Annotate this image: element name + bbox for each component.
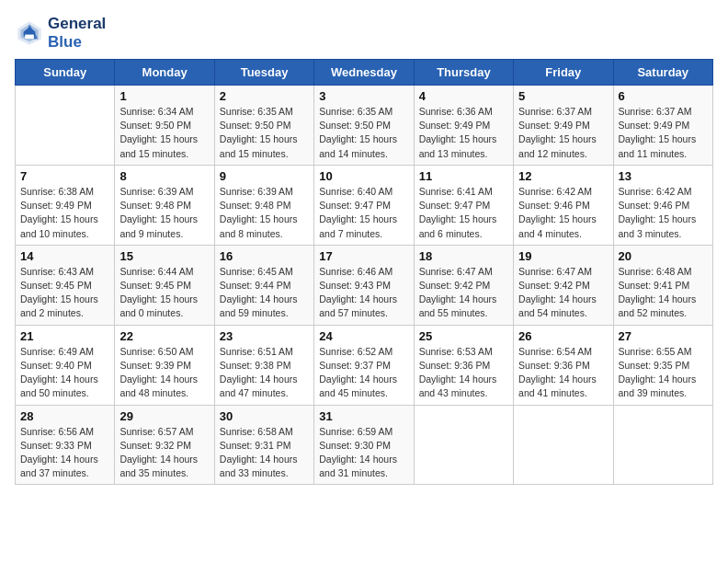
day-info: Sunrise: 6:35 AM Sunset: 9:50 PM Dayligh… bbox=[220, 105, 309, 161]
day-number: 10 bbox=[319, 169, 408, 183]
day-info: Sunrise: 6:49 AM Sunset: 9:40 PM Dayligh… bbox=[20, 345, 109, 401]
calendar-cell: 12Sunrise: 6:42 AM Sunset: 9:46 PM Dayli… bbox=[514, 165, 613, 245]
calendar-cell bbox=[613, 405, 712, 485]
header: General Blue bbox=[15, 15, 713, 52]
day-info: Sunrise: 6:38 AM Sunset: 9:49 PM Dayligh… bbox=[20, 185, 109, 241]
day-number: 17 bbox=[319, 249, 408, 263]
day-info: Sunrise: 6:41 AM Sunset: 9:47 PM Dayligh… bbox=[419, 185, 508, 241]
day-number: 23 bbox=[220, 329, 309, 343]
day-number: 3 bbox=[319, 89, 408, 103]
calendar-cell: 24Sunrise: 6:52 AM Sunset: 9:37 PM Dayli… bbox=[314, 325, 414, 405]
day-number: 28 bbox=[20, 409, 109, 423]
day-info: Sunrise: 6:50 AM Sunset: 9:39 PM Dayligh… bbox=[119, 345, 209, 401]
calendar-cell: 13Sunrise: 6:42 AM Sunset: 9:46 PM Dayli… bbox=[613, 165, 712, 245]
day-info: Sunrise: 6:36 AM Sunset: 9:49 PM Dayligh… bbox=[419, 105, 508, 161]
day-number: 15 bbox=[119, 249, 209, 263]
weekday-header-thursday: Thursday bbox=[414, 60, 513, 86]
calendar-cell: 1Sunrise: 6:34 AM Sunset: 9:50 PM Daylig… bbox=[115, 86, 214, 166]
day-number: 26 bbox=[518, 329, 608, 343]
calendar-cell: 7Sunrise: 6:38 AM Sunset: 9:49 PM Daylig… bbox=[16, 165, 115, 245]
day-number: 29 bbox=[119, 409, 209, 423]
day-number: 5 bbox=[518, 89, 608, 103]
day-info: Sunrise: 6:40 AM Sunset: 9:47 PM Dayligh… bbox=[319, 185, 408, 241]
calendar-cell: 19Sunrise: 6:47 AM Sunset: 9:42 PM Dayli… bbox=[514, 245, 613, 325]
calendar-cell: 15Sunrise: 6:44 AM Sunset: 9:45 PM Dayli… bbox=[115, 245, 214, 325]
calendar-cell: 30Sunrise: 6:58 AM Sunset: 9:31 PM Dayli… bbox=[214, 405, 313, 485]
day-number: 21 bbox=[20, 329, 109, 343]
calendar-cell: 4Sunrise: 6:36 AM Sunset: 9:49 PM Daylig… bbox=[414, 86, 513, 166]
day-number: 4 bbox=[419, 89, 508, 103]
calendar-cell: 10Sunrise: 6:40 AM Sunset: 9:47 PM Dayli… bbox=[314, 165, 414, 245]
calendar-cell: 26Sunrise: 6:54 AM Sunset: 9:36 PM Dayli… bbox=[514, 325, 613, 405]
calendar-cell: 8Sunrise: 6:39 AM Sunset: 9:48 PM Daylig… bbox=[115, 165, 214, 245]
calendar-cell: 14Sunrise: 6:43 AM Sunset: 9:45 PM Dayli… bbox=[16, 245, 115, 325]
calendar-cell bbox=[16, 86, 115, 166]
calendar-week-3: 14Sunrise: 6:43 AM Sunset: 9:45 PM Dayli… bbox=[16, 245, 713, 325]
day-number: 18 bbox=[419, 249, 508, 263]
day-number: 30 bbox=[220, 409, 309, 423]
calendar-cell bbox=[514, 405, 613, 485]
day-number: 6 bbox=[619, 89, 708, 103]
weekday-header-tuesday: Tuesday bbox=[214, 60, 313, 86]
day-number: 14 bbox=[20, 249, 109, 263]
day-number: 16 bbox=[220, 249, 309, 263]
day-info: Sunrise: 6:59 AM Sunset: 9:30 PM Dayligh… bbox=[319, 425, 408, 481]
day-info: Sunrise: 6:47 AM Sunset: 9:42 PM Dayligh… bbox=[419, 265, 508, 321]
day-info: Sunrise: 6:54 AM Sunset: 9:36 PM Dayligh… bbox=[518, 345, 608, 401]
logo: General Blue bbox=[15, 15, 106, 52]
calendar-cell: 9Sunrise: 6:39 AM Sunset: 9:48 PM Daylig… bbox=[214, 165, 313, 245]
day-number: 25 bbox=[419, 329, 508, 343]
day-number: 9 bbox=[220, 169, 309, 183]
svg-rect-3 bbox=[25, 35, 34, 40]
day-number: 20 bbox=[619, 249, 708, 263]
calendar-cell: 5Sunrise: 6:37 AM Sunset: 9:49 PM Daylig… bbox=[514, 86, 613, 166]
weekday-header-wednesday: Wednesday bbox=[314, 60, 414, 86]
day-info: Sunrise: 6:47 AM Sunset: 9:42 PM Dayligh… bbox=[518, 265, 608, 321]
calendar-cell: 3Sunrise: 6:35 AM Sunset: 9:50 PM Daylig… bbox=[314, 86, 414, 166]
day-number: 8 bbox=[119, 169, 209, 183]
calendar-cell: 22Sunrise: 6:50 AM Sunset: 9:39 PM Dayli… bbox=[115, 325, 214, 405]
day-number: 27 bbox=[619, 329, 708, 343]
day-info: Sunrise: 6:48 AM Sunset: 9:41 PM Dayligh… bbox=[619, 265, 708, 321]
calendar-cell: 18Sunrise: 6:47 AM Sunset: 9:42 PM Dayli… bbox=[414, 245, 513, 325]
day-number: 22 bbox=[119, 329, 209, 343]
calendar-cell: 16Sunrise: 6:45 AM Sunset: 9:44 PM Dayli… bbox=[214, 245, 313, 325]
day-info: Sunrise: 6:39 AM Sunset: 9:48 PM Dayligh… bbox=[119, 185, 209, 241]
calendar-cell: 20Sunrise: 6:48 AM Sunset: 9:41 PM Dayli… bbox=[613, 245, 712, 325]
calendar-cell: 11Sunrise: 6:41 AM Sunset: 9:47 PM Dayli… bbox=[414, 165, 513, 245]
day-number: 19 bbox=[518, 249, 608, 263]
calendar-week-5: 28Sunrise: 6:56 AM Sunset: 9:33 PM Dayli… bbox=[16, 405, 713, 485]
day-info: Sunrise: 6:55 AM Sunset: 9:35 PM Dayligh… bbox=[619, 345, 708, 401]
calendar-week-2: 7Sunrise: 6:38 AM Sunset: 9:49 PM Daylig… bbox=[16, 165, 713, 245]
day-number: 31 bbox=[319, 409, 408, 423]
calendar-week-4: 21Sunrise: 6:49 AM Sunset: 9:40 PM Dayli… bbox=[16, 325, 713, 405]
logo-text: General Blue bbox=[48, 15, 106, 52]
calendar-cell: 27Sunrise: 6:55 AM Sunset: 9:35 PM Dayli… bbox=[613, 325, 712, 405]
day-info: Sunrise: 6:43 AM Sunset: 9:45 PM Dayligh… bbox=[20, 265, 109, 321]
day-number: 12 bbox=[518, 169, 608, 183]
calendar-cell bbox=[414, 405, 513, 485]
calendar-table: SundayMondayTuesdayWednesdayThursdayFrid… bbox=[15, 59, 713, 485]
weekday-header-friday: Friday bbox=[514, 60, 613, 86]
day-info: Sunrise: 6:37 AM Sunset: 9:49 PM Dayligh… bbox=[518, 105, 608, 161]
day-info: Sunrise: 6:44 AM Sunset: 9:45 PM Dayligh… bbox=[119, 265, 209, 321]
calendar-cell: 17Sunrise: 6:46 AM Sunset: 9:43 PM Dayli… bbox=[314, 245, 414, 325]
day-info: Sunrise: 6:39 AM Sunset: 9:48 PM Dayligh… bbox=[220, 185, 309, 241]
calendar-cell: 6Sunrise: 6:37 AM Sunset: 9:49 PM Daylig… bbox=[613, 86, 712, 166]
day-info: Sunrise: 6:35 AM Sunset: 9:50 PM Dayligh… bbox=[319, 105, 408, 161]
day-info: Sunrise: 6:45 AM Sunset: 9:44 PM Dayligh… bbox=[220, 265, 309, 321]
day-number: 24 bbox=[319, 329, 408, 343]
day-info: Sunrise: 6:42 AM Sunset: 9:46 PM Dayligh… bbox=[518, 185, 608, 241]
day-number: 2 bbox=[220, 89, 309, 103]
logo-icon bbox=[15, 18, 44, 48]
day-info: Sunrise: 6:57 AM Sunset: 9:32 PM Dayligh… bbox=[119, 425, 209, 481]
calendar-week-1: 1Sunrise: 6:34 AM Sunset: 9:50 PM Daylig… bbox=[16, 86, 713, 166]
weekday-header-saturday: Saturday bbox=[613, 60, 712, 86]
day-number: 11 bbox=[419, 169, 508, 183]
day-info: Sunrise: 6:34 AM Sunset: 9:50 PM Dayligh… bbox=[119, 105, 209, 161]
calendar-cell: 28Sunrise: 6:56 AM Sunset: 9:33 PM Dayli… bbox=[16, 405, 115, 485]
day-info: Sunrise: 6:42 AM Sunset: 9:46 PM Dayligh… bbox=[619, 185, 708, 241]
day-info: Sunrise: 6:56 AM Sunset: 9:33 PM Dayligh… bbox=[20, 425, 109, 481]
day-info: Sunrise: 6:37 AM Sunset: 9:49 PM Dayligh… bbox=[619, 105, 708, 161]
day-info: Sunrise: 6:53 AM Sunset: 9:36 PM Dayligh… bbox=[419, 345, 508, 401]
